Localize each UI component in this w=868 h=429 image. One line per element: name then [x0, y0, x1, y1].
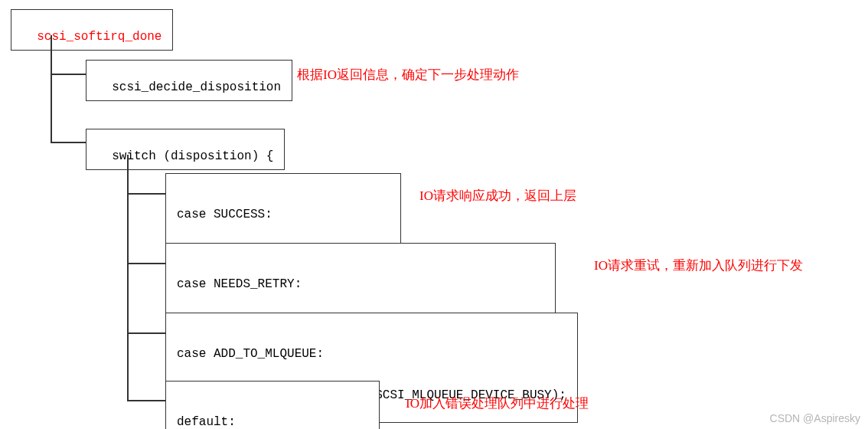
node-decide: scsi_decide_disposition [86, 60, 292, 101]
decide-label: scsi_decide_disposition [112, 80, 281, 94]
connector-h-switch [51, 142, 86, 143]
case-success-line1: case SUCCESS: [177, 208, 390, 221]
connector-h-success [127, 193, 165, 195]
connector-v-switch [127, 155, 129, 401]
connector-h-default [127, 400, 165, 401]
annot-retry: IO请求重试，重新加入队列进行下发 [594, 257, 803, 274]
connector-h-decide [51, 74, 86, 75]
connector-h-mlqueue [127, 332, 165, 334]
case-retry-line1: case NEEDS_RETRY: [177, 277, 544, 291]
connector-h-retry [127, 263, 165, 264]
case-default-line1: default: [177, 415, 368, 429]
node-switch: switch (disposition) { [86, 129, 285, 170]
watermark: CSDN @Aspiresky [770, 412, 860, 424]
node-case-default: default: scsi_eh_scmd_add(cmd); [165, 381, 380, 429]
case-mlqueue-line1: case ADD_TO_MLQUEUE: [177, 347, 566, 361]
node-root: scsi_softirq_done [11, 9, 173, 51]
annot-default: IO加入错误处理队列中进行处理 [406, 395, 589, 412]
root-label: scsi_softirq_done [37, 30, 162, 44]
switch-label: switch (disposition) { [112, 149, 273, 163]
annot-success: IO请求响应成功，返回上层 [419, 187, 576, 205]
annot-decide: 根据IO返回信息，确定下一步处理动作 [297, 66, 519, 84]
connector-v-root [51, 35, 52, 142]
